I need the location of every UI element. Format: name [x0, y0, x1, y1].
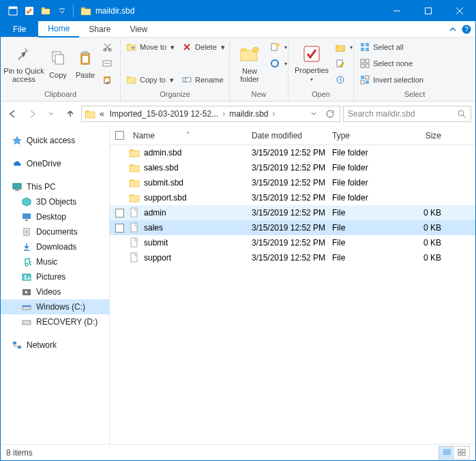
copy-to-button[interactable]: Copy to▾ [123, 72, 179, 87]
invert-selection-button[interactable]: Invert selection [357, 72, 445, 87]
view-large-icons-button[interactable] [454, 447, 469, 459]
maximize-button[interactable] [413, 1, 444, 21]
cut-button[interactable] [99, 40, 117, 55]
group-clipboard-label: Clipboard [1, 90, 120, 101]
delete-button[interactable]: Delete▾ [179, 40, 226, 55]
sidebar-item-documents[interactable]: Documents [1, 224, 109, 239]
paste-shortcut-button[interactable] [99, 72, 117, 87]
file-row[interactable]: submit3/15/2019 12:52 PMFile0 KB [110, 235, 475, 250]
sidebar-item-downloads[interactable]: Downloads [1, 239, 109, 254]
column-header-date[interactable]: Date modified [252, 131, 332, 140]
drive-icon [21, 301, 32, 312]
file-row[interactable]: support3/15/2019 12:52 PMFile0 KB [110, 250, 475, 265]
help-icon[interactable]: ? [462, 25, 471, 34]
file-name: admin.sbd [144, 148, 181, 158]
chevron-right-icon[interactable]: › [221, 109, 226, 119]
breadcrumb-seg-1[interactable]: Imported_15-03-2019 12-52... [107, 106, 221, 121]
easy-access-button[interactable]: ▾ [267, 56, 284, 71]
open-icon [335, 42, 346, 53]
group-select-label: Select [354, 90, 475, 101]
tab-view[interactable]: View [120, 21, 157, 37]
ribbon-collapse-icon[interactable] [449, 26, 456, 33]
breadcrumb-overflow[interactable]: « [97, 106, 107, 121]
tab-share[interactable]: Share [79, 21, 120, 37]
copy-icon [47, 48, 69, 70]
up-button[interactable] [62, 106, 78, 122]
minimize-button[interactable] [381, 1, 413, 21]
open-button[interactable]: ▾ [332, 40, 350, 55]
properties-button[interactable]: Properties ▾ [291, 39, 332, 88]
qat-toggle-icon[interactable] [5, 3, 21, 18]
pin-to-quick-access-button[interactable]: Pin to Quick access [3, 39, 44, 88]
svg-rect-60 [23, 321, 31, 325]
column-header-type[interactable]: Type [332, 131, 408, 140]
svg-rect-69 [130, 166, 139, 172]
file-date: 3/15/2019 12:52 PM [252, 178, 332, 188]
address-dropdown-button[interactable] [306, 106, 322, 122]
address-bar[interactable]: « Imported_15-03-2019 12-52... › maildir… [81, 106, 340, 122]
file-row[interactable]: sales.sbd3/15/2019 12:52 PMFile folder [110, 160, 475, 175]
svg-rect-40 [366, 59, 369, 63]
file-row[interactable]: sales3/15/2019 12:52 PMFile0 KB [110, 220, 475, 235]
downloads-icon [21, 241, 32, 252]
back-button[interactable] [5, 106, 21, 122]
select-all-button[interactable]: Select all [357, 40, 445, 55]
file-date: 3/15/2019 12:52 PM [252, 238, 332, 248]
tab-file[interactable]: File [1, 21, 38, 37]
new-item-icon [269, 42, 280, 53]
qat-customize-icon[interactable] [54, 3, 70, 18]
sidebar-item-pictures[interactable]: Pictures [1, 269, 109, 284]
breadcrumb-seg-2[interactable]: maildir.sbd [226, 106, 271, 121]
copy-button[interactable]: Copy [44, 39, 72, 88]
search-input[interactable] [348, 109, 458, 119]
row-checkbox[interactable] [115, 224, 129, 233]
copy-path-button[interactable] [99, 56, 117, 71]
qat-newfolder-icon[interactable] [38, 3, 54, 18]
sidebar-item-c-drive[interactable]: Windows (C:) [1, 299, 109, 314]
select-all-checkbox[interactable] [115, 131, 129, 140]
paste-button[interactable]: Paste [72, 39, 99, 88]
sidebar-item-this-pc[interactable]: This PC [1, 179, 109, 194]
sidebar-item-videos[interactable]: Videos [1, 284, 109, 299]
qat-properties-icon[interactable] [21, 3, 38, 18]
sidebar-item-3d-objects[interactable]: 3D Objects [1, 194, 109, 209]
onedrive-icon [12, 158, 23, 169]
recent-locations-button[interactable] [43, 106, 59, 122]
sidebar-item-quick-access[interactable]: Quick access [1, 133, 109, 148]
chevron-down-icon: ▾ [284, 61, 287, 67]
refresh-button[interactable] [322, 106, 338, 122]
edit-button[interactable] [332, 56, 350, 71]
search-box[interactable] [343, 106, 471, 122]
new-folder-button[interactable]: New folder [233, 39, 267, 88]
new-item-button[interactable]: ▾ [267, 40, 284, 55]
history-button[interactable] [332, 72, 350, 87]
sidebar-item-desktop[interactable]: Desktop [1, 209, 109, 224]
column-header-size[interactable]: Size [408, 131, 447, 140]
sidebar-item-network[interactable]: Network [1, 338, 109, 353]
file-row[interactable]: admin.sbd3/15/2019 12:52 PMFile folder [110, 145, 475, 160]
group-organize-label: Organize [121, 90, 229, 101]
sidebar-item-music[interactable]: Music [1, 254, 109, 269]
file-row[interactable]: admin3/15/2019 12:52 PMFile0 KB [110, 205, 475, 220]
row-checkbox[interactable] [115, 209, 129, 218]
column-header-name[interactable]: Name˄ [129, 131, 252, 140]
move-to-icon [126, 42, 137, 53]
file-row[interactable]: support.sbd3/15/2019 12:52 PMFile folder [110, 190, 475, 205]
rename-button[interactable]: Rename [179, 72, 226, 87]
forward-button[interactable] [24, 106, 40, 122]
drive-icon [21, 316, 32, 327]
tab-home[interactable]: Home [38, 21, 79, 38]
file-row[interactable]: submit.sbd3/15/2019 12:52 PMFile folder [110, 175, 475, 190]
select-none-button[interactable]: Select none [357, 56, 445, 71]
svg-rect-79 [131, 223, 137, 232]
view-details-button[interactable] [439, 447, 454, 459]
svg-point-29 [276, 43, 280, 47]
move-to-button[interactable]: Move to▾ [123, 40, 179, 55]
sidebar-item-onedrive[interactable]: OneDrive [1, 156, 109, 171]
close-button[interactable] [444, 1, 475, 21]
ribbon-tabs: File Home Share View ? [1, 21, 475, 38]
chevron-down-icon: ▾ [221, 43, 225, 52]
folder-icon [85, 108, 95, 119]
sidebar-item-d-drive[interactable]: RECOVERY (D:) [1, 314, 109, 329]
chevron-right-icon[interactable]: › [271, 109, 277, 119]
